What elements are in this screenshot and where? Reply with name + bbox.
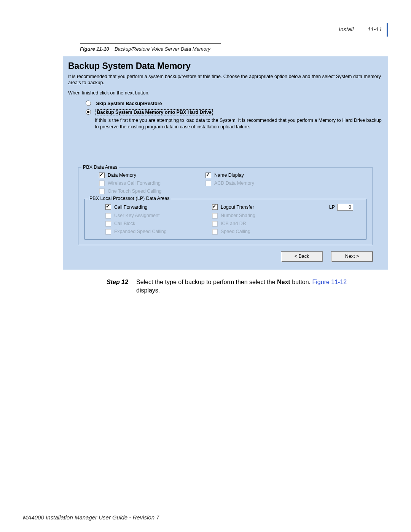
checkbox-icon — [212, 204, 218, 210]
step-bold: Next — [277, 279, 290, 285]
next-button[interactable]: Next > — [331, 251, 373, 262]
checkbox-number-sharing: Number Sharing — [212, 213, 304, 219]
radio-skip-backup[interactable]: Skip System Backup/Restore — [86, 100, 383, 106]
radio-skip-label: Skip System Backup/Restore — [96, 101, 162, 106]
checkbox-label: One Touch Speed Calling — [108, 189, 162, 194]
page-header: Install 11-11 — [23, 23, 388, 38]
checkbox-icb-and-dr: ICB and DR — [212, 221, 304, 227]
checkbox-label: Call Forwarding — [114, 204, 148, 210]
step-text-2: button. — [290, 279, 312, 285]
checkbox-expanded-speed-calling: Expanded Speed Calling — [105, 229, 198, 235]
checkbox-label: ACD Data Memory — [214, 181, 254, 186]
step-label: Step 12 — [107, 278, 133, 295]
dialog-title: Backup System Data Memory — [68, 61, 383, 71]
checkbox-label: Call Block — [114, 221, 135, 226]
checkbox-one-touch-speed-calling: One Touch Speed Calling — [99, 189, 191, 194]
checkbox-label: Name Display — [214, 173, 244, 178]
checkbox-label: Wireless Call Forwarding — [108, 181, 161, 186]
lp-input[interactable]: 0 — [337, 204, 353, 211]
checkbox-label: User Key Assignment — [114, 213, 160, 218]
checkbox-icon — [99, 189, 105, 194]
checkbox-label: Logout Transfer — [221, 204, 254, 210]
header-accent-bar — [387, 23, 388, 37]
lp-field: LP 0 — [329, 204, 353, 211]
figure-caption: Figure 11-10 Backup/Restore Voice Server… — [80, 46, 388, 52]
checkbox-label: Speed Calling — [221, 229, 250, 234]
caption-rule — [80, 43, 221, 44]
dialog-intro: It is recommended that you perform a sys… — [68, 73, 383, 86]
checkbox-icon — [105, 204, 111, 210]
checkbox-icon — [105, 229, 111, 235]
checkbox-icon — [99, 173, 105, 178]
checkbox-label: Expanded Speed Calling — [114, 229, 167, 234]
checkbox-icon — [212, 229, 218, 235]
step-12: Step 12 Select the type of backup to per… — [107, 278, 365, 295]
checkbox-label: Number Sharing — [221, 213, 255, 218]
page-footer: MA4000 Installation Manager User Guide -… — [23, 514, 159, 521]
checkbox-label: ICB and DR — [221, 221, 246, 226]
checkbox-user-key-assignment: User Key Assignment — [105, 213, 198, 219]
fieldset-pbx-data-areas: PBX Data Areas Data Memory Name Display … — [78, 168, 373, 245]
checkbox-icon — [212, 213, 218, 219]
radio-backup-description: If this is the first time you are attemp… — [95, 117, 383, 130]
button-row: < Back Next > — [68, 251, 373, 262]
fieldset-pbx-legend: PBX Data Areas — [81, 165, 119, 170]
header-page: 11-11 — [368, 26, 382, 32]
checkbox-logout-transfer[interactable]: Logout Transfer — [212, 204, 304, 211]
checkbox-call-block: Call Block — [105, 221, 198, 227]
checkbox-icon — [105, 213, 111, 219]
radio-icon — [86, 101, 91, 106]
checkbox-call-forwarding[interactable]: Call Forwarding — [105, 204, 198, 211]
radio-backup-label: Backup System Data Memory onto PBX Hard … — [96, 110, 212, 115]
header-section: Install — [339, 26, 354, 32]
header-text: Install 11-11 — [339, 26, 382, 32]
checkbox-icon — [206, 181, 211, 186]
checkbox-icon — [105, 221, 111, 227]
checkbox-name-display[interactable]: Name Display — [206, 173, 298, 178]
checkbox-label: Data Memory — [108, 173, 136, 178]
lp-label: LP — [329, 204, 335, 210]
step-text-3: displays. — [136, 287, 160, 294]
figure-link[interactable]: Figure 11-12 — [312, 279, 347, 285]
fieldset-pbx-lp-data-areas: PBX Local Processor (LP) Data Areas Call… — [84, 199, 366, 240]
radio-backup-to-hdd[interactable]: Backup System Data Memory onto PBX Hard … — [86, 109, 383, 115]
checkbox-icon — [99, 181, 105, 186]
dialog-hint: When finished click on the next button. — [68, 90, 383, 96]
checkbox-acd-data-memory: ACD Data Memory — [206, 181, 298, 186]
fieldset-lp-legend: PBX Local Processor (LP) Data Areas — [88, 196, 171, 201]
checkbox-wireless-call-forwarding: Wireless Call Forwarding — [99, 181, 191, 186]
figure-title: Backup/Restore Voice Server Data Memory — [115, 46, 210, 52]
checkbox-icon — [212, 221, 218, 227]
step-body: Select the type of backup to perform the… — [136, 278, 365, 295]
figure-label: Figure 11-10 — [80, 46, 109, 52]
checkbox-icon — [206, 173, 211, 178]
back-button[interactable]: < Back — [281, 251, 323, 262]
radio-icon-selected — [86, 109, 91, 115]
checkbox-data-memory[interactable]: Data Memory — [99, 173, 191, 178]
step-text-1: Select the type of backup to perform the… — [136, 279, 277, 285]
checkbox-speed-calling: Speed Calling — [212, 229, 304, 235]
dialog-backup-system-data-memory: Backup System Data Memory It is recommen… — [63, 56, 388, 270]
